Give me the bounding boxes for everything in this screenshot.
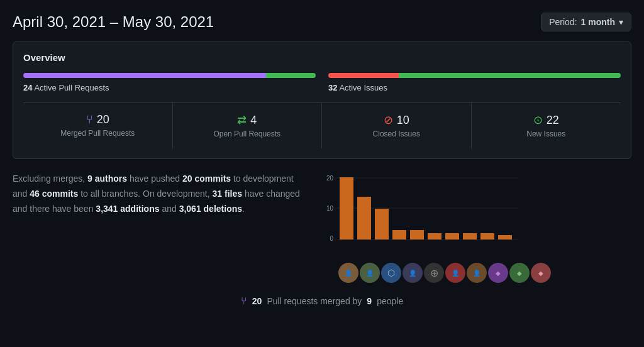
date-range-title: April 30, 2021 – May 30, 2021 bbox=[13, 13, 214, 31]
bar-9 bbox=[480, 233, 494, 240]
issues-bar-green bbox=[399, 73, 621, 78]
open-pr-label: Open Pull Requests bbox=[180, 129, 314, 138]
issues-bar-track bbox=[328, 73, 621, 78]
bottom-section: Excluding merges, 9 authors have pushed … bbox=[13, 172, 631, 289]
header: April 30, 2021 – May 30, 2021 Period: 1 … bbox=[13, 13, 631, 31]
avatar-2: 👤 bbox=[360, 263, 380, 283]
closed-issues-count: 10 bbox=[397, 114, 409, 127]
all-commits: 46 commits bbox=[30, 189, 78, 199]
deletions-count: 3,061 deletions bbox=[179, 204, 242, 214]
chevron-down-icon: ▾ bbox=[619, 17, 623, 27]
chart-section: 20 10 0 bbox=[321, 172, 631, 283]
issues-bar-red bbox=[328, 73, 399, 78]
footer-merged-count: 20 bbox=[252, 296, 262, 306]
svg-text:⬡: ⬡ bbox=[387, 268, 395, 278]
dev-commits: 20 commits bbox=[182, 174, 231, 184]
avatar-9: ◆ bbox=[509, 263, 530, 283]
summary-end: . bbox=[242, 204, 245, 214]
avatar-7: 👤 bbox=[467, 263, 487, 283]
stat-open-pr: ⇄ 4 Open Pull Requests bbox=[173, 103, 323, 148]
svg-text:👤: 👤 bbox=[452, 269, 460, 277]
footer-people-count: 9 bbox=[367, 296, 372, 306]
avatar-10: ◆ bbox=[531, 263, 551, 283]
issues-count: 32 bbox=[328, 83, 337, 92]
overview-title: Overview bbox=[23, 52, 621, 63]
overview-card: Overview 24 Active Pull Requests bbox=[13, 41, 631, 159]
pr-bar-purple bbox=[23, 73, 266, 78]
pr-bar-track bbox=[23, 73, 316, 78]
y-label-10: 10 bbox=[326, 205, 334, 212]
avatar-8: ◆ bbox=[488, 263, 508, 283]
pr-count: 24 bbox=[23, 83, 32, 92]
commits-chart: 20 10 0 bbox=[321, 172, 631, 260]
merged-pr-value: ⑂ 20 bbox=[31, 113, 165, 126]
files-changed: 31 files bbox=[213, 189, 242, 199]
summary-pushed: have pushed bbox=[127, 174, 182, 184]
issues-section: 32 Active Issues bbox=[328, 73, 621, 92]
issues-bar-label: 32 Active Issues bbox=[328, 83, 621, 92]
closed-issues-value: ⊘ 10 bbox=[330, 113, 464, 127]
closed-icon: ⊘ bbox=[384, 113, 393, 127]
stats-row: ⑂ 20 Merged Pull Requests ⇄ 4 Open Pull … bbox=[23, 102, 621, 148]
svg-text:👤: 👤 bbox=[366, 269, 374, 277]
avatar-5: ⊕ bbox=[424, 263, 444, 283]
avatars-row: 👤 👤 ⬡ 👤 ⊕ 👤 👤 ◆ ◆ ◆ bbox=[321, 263, 631, 283]
summary-text: Excluding merges, 9 authors have pushed … bbox=[13, 172, 302, 216]
period-button[interactable]: Period: 1 month ▾ bbox=[541, 13, 631, 31]
summary-and: and bbox=[160, 204, 179, 214]
avatar-3: ⬡ bbox=[381, 263, 401, 283]
footer-text: Pull requests merged by bbox=[267, 296, 362, 306]
closed-issues-label: Closed Issues bbox=[330, 129, 464, 138]
svg-text:◆: ◆ bbox=[517, 270, 522, 277]
open-pr-icon: ⇄ bbox=[237, 113, 247, 127]
bars-row: 24 Active Pull Requests 32 Active Issues bbox=[23, 73, 621, 92]
authors-count: 9 authors bbox=[87, 174, 127, 184]
pr-label-text: Active Pull Requests bbox=[34, 83, 109, 92]
svg-text:⊕: ⊕ bbox=[430, 268, 438, 278]
page: April 30, 2021 – May 30, 2021 Period: 1 … bbox=[0, 0, 644, 347]
new-issues-count: 22 bbox=[547, 114, 559, 127]
bar-10 bbox=[498, 235, 512, 240]
merged-pr-count: 20 bbox=[97, 113, 109, 126]
bar-7 bbox=[445, 233, 459, 240]
new-icon: ⊙ bbox=[533, 113, 543, 127]
period-label: Period: bbox=[549, 17, 577, 27]
new-issues-value: ⊙ 22 bbox=[479, 113, 614, 127]
bar-8 bbox=[463, 233, 477, 240]
new-issues-label: New Issues bbox=[479, 129, 614, 138]
stat-new-issues: ⊙ 22 New Issues bbox=[472, 103, 621, 148]
merged-icon: ⑂ bbox=[86, 113, 93, 126]
bar-3 bbox=[375, 209, 389, 240]
additions-count: 3,341 additions bbox=[96, 204, 159, 214]
open-pr-value: ⇄ 4 bbox=[180, 113, 314, 127]
svg-text:👤: 👤 bbox=[473, 269, 481, 277]
y-label-0: 0 bbox=[330, 235, 333, 242]
pr-bar-label: 24 Active Pull Requests bbox=[23, 83, 316, 92]
svg-text:👤: 👤 bbox=[345, 269, 353, 277]
svg-text:◆: ◆ bbox=[538, 270, 543, 277]
footer-people-label: people bbox=[377, 296, 403, 306]
stat-merged-pr: ⑂ 20 Merged Pull Requests bbox=[23, 103, 173, 148]
bar-5 bbox=[410, 230, 424, 240]
y-label-20: 20 bbox=[326, 175, 334, 182]
summary-to-all: to all branches. On development, bbox=[78, 189, 212, 199]
avatar-4: 👤 bbox=[402, 263, 423, 283]
period-value: 1 month bbox=[581, 17, 615, 27]
merged-pr-label: Merged Pull Requests bbox=[31, 129, 165, 138]
bar-2 bbox=[357, 197, 371, 240]
stat-closed-issues: ⊘ 10 Closed Issues bbox=[322, 103, 472, 148]
svg-text:◆: ◆ bbox=[496, 270, 501, 277]
issues-label-text: Active Issues bbox=[339, 83, 387, 92]
open-pr-count: 4 bbox=[250, 114, 257, 127]
avatar-6: 👤 bbox=[445, 263, 465, 283]
footer-merge-icon: ⑂ bbox=[241, 295, 247, 307]
summary-intro: Excluding merges, bbox=[13, 174, 87, 184]
bar-4 bbox=[392, 230, 406, 240]
pr-bar-green bbox=[266, 73, 316, 78]
bar-1 bbox=[340, 177, 353, 240]
svg-text:👤: 👤 bbox=[409, 269, 417, 277]
avatar-1: 👤 bbox=[338, 263, 358, 283]
bar-6 bbox=[428, 233, 441, 240]
pull-requests-section: 24 Active Pull Requests bbox=[23, 73, 316, 92]
footer-bar: ⑂ 20 Pull requests merged by 9 people bbox=[13, 289, 631, 311]
